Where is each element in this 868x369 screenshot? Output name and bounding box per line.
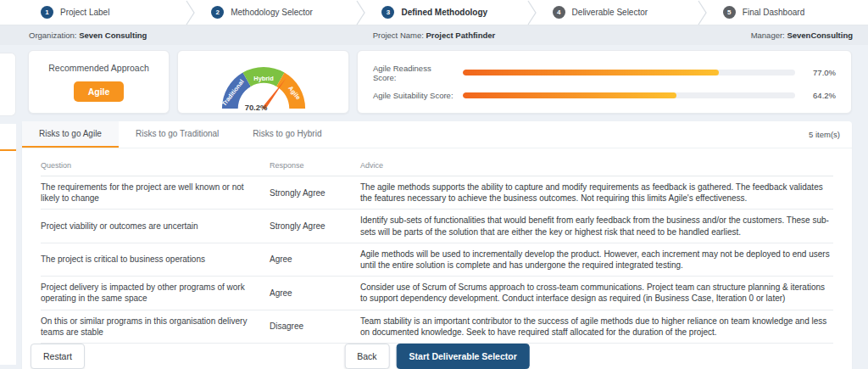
step-number-badge: 1 xyxy=(41,6,53,19)
score-label: Agile Suitability Score: xyxy=(373,91,454,100)
advice-cell: Agile methods will be used to incrementa… xyxy=(360,249,833,271)
wizard-footer: Restart Back Start Deliverable Selector xyxy=(22,344,852,369)
footer-nav-buttons: Back Start Deliverable Selector xyxy=(344,344,530,369)
advice-cell: The agile methods supports the ability t… xyxy=(360,182,833,204)
risks-panel: Risks to go Agile Risks to go Traditiona… xyxy=(22,121,852,369)
methodology-gauge-card: Traditional Hybrid Agile 70.2% xyxy=(177,50,349,114)
table-row: Project viability or outcomes are uncert… xyxy=(41,210,833,243)
item-count: 5 item(s) xyxy=(809,130,840,139)
chevron-separator-icon xyxy=(527,0,537,25)
score-value: 64.2% xyxy=(809,91,836,100)
step-label: Final Dashboard xyxy=(743,8,804,17)
methodology-gauge-chart: Traditional Hybrid Agile 70.2% xyxy=(204,52,323,113)
manager-info: Manager: SevenConsulting xyxy=(751,31,853,40)
question-cell: Project delivery is impacted by other pr… xyxy=(41,282,259,304)
column-header-advice: Advice xyxy=(360,161,833,170)
column-header-response: Response xyxy=(270,161,350,170)
step-number-badge: 4 xyxy=(553,6,565,19)
table-row: The requirements for the project are wel… xyxy=(41,176,833,210)
organization-info: Organization: Seven Consulting xyxy=(29,31,147,40)
project-name-value: Project Pathfinder xyxy=(426,31,496,40)
step-deliverable-selector[interactable]: 4 Deliverable Selector xyxy=(537,0,698,25)
back-button[interactable]: Back xyxy=(344,344,389,369)
tab-risks-hybrid[interactable]: Risks to go Hybrid xyxy=(236,121,338,148)
response-cell: Disagree xyxy=(270,321,350,332)
question-cell: The project is critical to business oper… xyxy=(41,254,259,265)
tab-risks-agile[interactable]: Risks to go Agile xyxy=(22,121,119,148)
agile-scores-card: Agile Readiness Score: 77.0% Agile Suita… xyxy=(357,50,852,114)
readiness-progress-bar xyxy=(463,70,795,75)
table-row: On this or similar programs in this orga… xyxy=(41,310,833,344)
recommended-approach-card: Recommended Approach Agile xyxy=(28,50,170,114)
cutoff-card-sliver xyxy=(0,53,16,116)
suitability-progress-fill xyxy=(463,92,676,98)
table-row: The project is critical to business oper… xyxy=(41,243,833,277)
score-row-readiness: Agile Readiness Score: 77.0% xyxy=(373,64,836,82)
tab-risks-traditional[interactable]: Risks to go Traditional xyxy=(119,121,236,148)
advice-cell: Identify sub-sets of functionalities tha… xyxy=(360,215,833,237)
response-cell: Strongly Agree xyxy=(270,187,350,198)
chevron-separator-icon xyxy=(698,0,708,25)
step-number-badge: 2 xyxy=(211,6,224,19)
chevron-separator-icon xyxy=(186,0,196,25)
step-final-dashboard[interactable]: 5 Final Dashboard xyxy=(708,0,868,25)
recommended-approach-badge: Agile xyxy=(74,81,125,102)
advice-cell: Team stability is an important contribut… xyxy=(360,316,833,338)
step-label: Methodology Selector xyxy=(231,8,313,17)
recommended-approach-title: Recommended Approach xyxy=(48,63,149,73)
manager-value: SevenConsulting xyxy=(787,31,853,40)
chevron-separator-icon xyxy=(356,0,366,25)
response-cell: Agree xyxy=(270,254,350,265)
question-cell: Project viability or outcomes are uncert… xyxy=(41,221,259,232)
restart-button[interactable]: Restart xyxy=(31,344,85,369)
cutoff-panel-sliver xyxy=(0,124,16,365)
step-number-badge: 5 xyxy=(723,6,736,19)
gauge-label-hybrid: Hybrid xyxy=(253,75,274,82)
advice-cell: Consider use of Scrum of Scrums approach… xyxy=(360,282,833,304)
step-project-label[interactable]: 1 Project Label xyxy=(25,0,186,25)
gauge-value: 70.2% xyxy=(244,103,267,112)
table-header-row: Question Response Advice xyxy=(41,154,833,176)
score-row-suitability: Agile Suitability Score: 64.2% xyxy=(373,91,836,100)
question-cell: On this or similar programs in this orga… xyxy=(41,316,259,338)
readiness-progress-fill xyxy=(463,70,719,75)
summary-cards-row: Recommended Approach Agile Traditional H… xyxy=(28,50,852,114)
step-label: Defined Methodology xyxy=(401,8,487,17)
table-row: Project delivery is impacted by other pr… xyxy=(41,277,833,310)
step-label: Project Label xyxy=(60,8,109,17)
step-defined-methodology[interactable]: 3 Defined Methodology xyxy=(366,0,526,25)
project-info-bar: Organization: Seven Consulting Project N… xyxy=(0,25,868,45)
suitability-progress-bar xyxy=(463,92,795,98)
project-name-info: Project Name: Project Pathfinder xyxy=(373,31,496,40)
step-methodology-selector[interactable]: 2 Methodology Selector xyxy=(196,0,356,25)
response-cell: Strongly Agree xyxy=(270,221,350,232)
risks-table: Question Response Advice The requirement… xyxy=(22,148,852,344)
organization-value: Seven Consulting xyxy=(79,31,147,40)
question-cell: The requirements for the project are wel… xyxy=(41,182,259,204)
score-value: 77.0% xyxy=(809,68,836,77)
main-content: Recommended Approach Agile Traditional H… xyxy=(0,45,868,368)
column-header-question: Question xyxy=(41,161,259,170)
risk-tabs: Risks to go Agile Risks to go Traditiona… xyxy=(22,121,852,148)
start-deliverable-selector-button[interactable]: Start Deliverable Selector xyxy=(397,344,530,369)
score-label: Agile Readiness Score: xyxy=(373,64,454,82)
step-label: Deliverable Selector xyxy=(572,8,648,17)
cutoff-tab-underline xyxy=(0,149,16,151)
response-cell: Agree xyxy=(270,288,350,299)
step-number-badge: 3 xyxy=(381,6,394,19)
wizard-stepper: 1 Project Label 2 Methodology Selector 3… xyxy=(0,0,868,25)
